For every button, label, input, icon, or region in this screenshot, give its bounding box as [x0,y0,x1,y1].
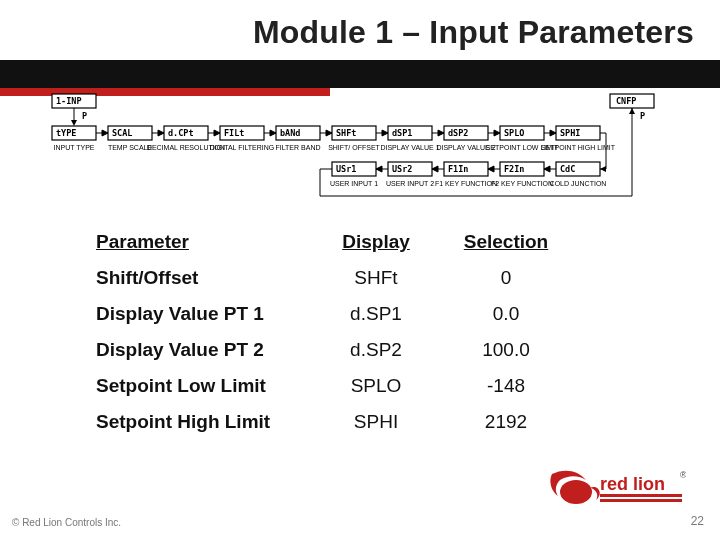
svg-text:COLD JUNCTION: COLD JUNCTION [550,180,607,187]
svg-text:F2In: F2In [504,164,524,174]
svg-text:USr1: USr1 [336,164,356,174]
svg-text:SETPOINT HIGH LIMIT: SETPOINT HIGH LIMIT [541,144,616,151]
table-row: Setpoint High Limit SPHI 2192 [96,404,576,440]
page-number: 22 [691,514,704,528]
svg-text:SPHI: SPHI [560,128,580,138]
svg-text:dSP2: dSP2 [448,128,468,138]
svg-marker-47 [382,130,388,136]
svg-text:SPLO: SPLO [504,128,524,138]
svg-point-78 [560,480,592,504]
svg-marker-45 [326,130,332,136]
svg-text:SHFt: SHFt [336,128,356,138]
svg-text:DISPLAY VALUE 1: DISPLAY VALUE 1 [380,144,439,151]
svg-marker-54 [600,166,606,172]
svg-marker-2 [71,120,77,126]
parameter-table: Parameter Display Selection Shift/Offset… [96,224,576,440]
svg-text:F2 KEY FUNCTION: F2 KEY FUNCTION [491,180,553,187]
diag-entry-p: P [82,111,87,121]
svg-marker-75 [432,166,438,172]
svg-text:dSP1: dSP1 [392,128,412,138]
svg-rect-81 [600,499,682,502]
diag-entry: 1-INP [56,96,82,106]
table-row: Shift/Offset SHFt 0 [96,260,576,296]
svg-marker-53 [550,130,556,136]
svg-text:F1 KEY FUNCTION: F1 KEY FUNCTION [435,180,497,187]
svg-marker-49 [438,130,444,136]
header-blackbar [0,60,720,88]
diag-row2: USr1 USER INPUT 1 USr2 USER INPUT 2 F1In… [330,162,606,187]
th-parameter: Parameter [96,224,316,260]
svg-text:d.CPt: d.CPt [168,128,194,138]
svg-text:bANd: bANd [280,128,300,138]
svg-marker-5 [629,108,635,114]
title-block: Module 1 – Input Parameters [0,0,720,88]
flow-diagram: 1-INP P CNFP P tYPE INPUT TYPE SCAL [50,92,664,200]
svg-text:SCAL: SCAL [112,128,132,138]
diag-row1: tYPE INPUT TYPE SCAL TEMP SCALE d.CPt DE… [52,126,616,151]
svg-text:USER INPUT 1: USER INPUT 1 [330,180,378,187]
svg-marker-39 [158,130,164,136]
svg-marker-51 [494,130,500,136]
svg-text:F1In: F1In [448,164,468,174]
svg-text:INPUT TYPE: INPUT TYPE [54,144,95,151]
page-title: Module 1 – Input Parameters [0,0,720,61]
diag-exit: CNFP [616,96,636,106]
slide: Module 1 – Input Parameters 1-INP P CNFP… [0,0,720,540]
svg-marker-73 [488,166,494,172]
svg-text:USER INPUT 2: USER INPUT 2 [386,180,434,187]
th-selection: Selection [446,224,576,260]
svg-text:FILTER BAND: FILTER BAND [276,144,321,151]
svg-marker-41 [214,130,220,136]
table-row: Display Value PT 1 d.SP1 0.0 [96,296,576,332]
svg-text:®: ® [680,470,686,480]
svg-text:USr2: USr2 [392,164,412,174]
svg-text:red lion: red lion [600,474,665,494]
table-row: Setpoint Low Limit SPLO -148 [96,368,576,404]
svg-text:SHIFT/ OFFSET: SHIFT/ OFFSET [328,144,380,151]
svg-marker-37 [102,130,108,136]
copyright-footer: © Red Lion Controls Inc. [12,517,121,528]
svg-text:FILt: FILt [224,128,244,138]
svg-text:TEMP SCALE: TEMP SCALE [108,144,153,151]
svg-text:DIGITAL FILTERING: DIGITAL FILTERING [210,144,274,151]
th-display: Display [316,224,446,260]
svg-rect-80 [600,494,682,497]
diag-exit-p: P [640,111,645,121]
svg-marker-71 [544,166,550,172]
svg-marker-77 [376,166,382,172]
redlion-logo: red lion ® [546,470,686,514]
svg-text:tYPE: tYPE [56,128,76,138]
svg-text:CdC: CdC [560,164,575,174]
table-row: Display Value PT 2 d.SP2 100.0 [96,332,576,368]
svg-marker-43 [270,130,276,136]
